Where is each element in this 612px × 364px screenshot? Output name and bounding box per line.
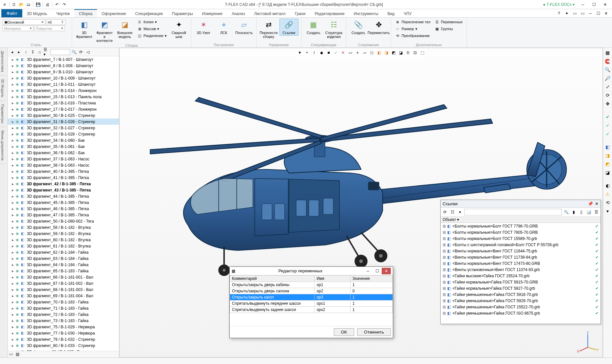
window-icon[interactable]: ▭ bbox=[571, 10, 578, 17]
tree-item[interactable]: ▸◉◧3D фрагмент_15 / B-1-013 - Панель пол… bbox=[8, 94, 119, 100]
menu-icon[interactable]: ≡ bbox=[1, 1, 8, 8]
tree-item[interactable]: ▸◉◧3D фрагмент_59 / B-1-182 - Втулка bbox=[8, 230, 119, 237]
rt-top-icon[interactable]: ◩ bbox=[604, 160, 611, 168]
tab-spec[interactable]: Спецификация bbox=[131, 9, 167, 17]
tree-body[interactable]: ▸◉◧3D фрагмент_7 / B-1-007 - Шпангоут▸◉◧… bbox=[8, 56, 119, 351]
tree-item[interactable]: ▸◉◧3D фрагмент_64 / B-1-184 - Гайка bbox=[8, 262, 119, 268]
minimize-button[interactable]: ─ bbox=[577, 1, 588, 8]
rt-magnet-icon[interactable]: 🧲 bbox=[604, 58, 611, 65]
vp-axis-icon[interactable]: ⌖ bbox=[354, 49, 361, 56]
rt-side-icon[interactable]: ◪ bbox=[604, 169, 611, 176]
variables-table[interactable]: Комментарий Имя Значение Открыть/закрыть… bbox=[230, 275, 393, 313]
dialog-max-button[interactable]: ☐ bbox=[373, 268, 382, 274]
links-row[interactable]: ⊞◧<Гайки высокие>Гайка ГОСТ 15524-70.grb… bbox=[441, 273, 601, 279]
tree-item[interactable]: ▸◉◧3D фрагмент_72 / B-1-183 - Гайка bbox=[8, 311, 119, 318]
tree-item[interactable]: ▸◉◧3D фрагмент_38 / B-1-063 - Насос bbox=[8, 162, 119, 168]
restore-icon[interactable]: ─ bbox=[587, 10, 594, 17]
rt-pan-icon[interactable]: ✥ bbox=[604, 100, 611, 107]
tab-view[interactable]: Вид bbox=[383, 9, 399, 17]
tree-item[interactable]: ▸◉◧3D фрагмент_16 / B-1-016 - Пластина bbox=[8, 100, 119, 106]
tab-analysis[interactable]: Анализ bbox=[227, 9, 250, 17]
mate-move-button[interactable]: ✥Переместить bbox=[369, 19, 388, 36]
tree-up-icon[interactable]: ↕ bbox=[23, 49, 29, 55]
fragment-context-button[interactable]: ◩Фрагмент в контексте bbox=[95, 19, 114, 44]
tree-item[interactable]: ▸◉◧3D фрагмент_75 / B-1-029 - Нервюра bbox=[8, 324, 119, 330]
vtab-3d[interactable]: 3D Модель bbox=[0, 76, 5, 101]
vp-filter-icon[interactable]: ▼ bbox=[296, 49, 303, 56]
material-combo[interactable]: Материал▾ bbox=[3, 26, 33, 31]
tree-item[interactable]: ▸◉◧3D фрагмент_62 / B-1-184 - Гайка bbox=[8, 249, 119, 255]
new-icon[interactable]: 🗋 bbox=[11, 1, 17, 8]
links-row[interactable]: ⊞◧<Винты нормальные>Винт ГОСТ 11738-84.g… bbox=[441, 254, 601, 260]
vp-vertex-icon[interactable]: • bbox=[304, 49, 310, 56]
links-dd-icon[interactable]: ▾ bbox=[457, 209, 463, 215]
tflex-docs-button[interactable]: ● T-FLEX DOCs ▾ bbox=[541, 2, 577, 8]
links-row[interactable]: ⊞◧<Болты нормальные>Болт ГОСТ 15589-70.g… bbox=[441, 235, 601, 242]
tree-item[interactable]: ▸◉◧3D фрагмент_40 / B-1-385 - Пятка bbox=[8, 168, 119, 174]
links-row[interactable]: ⊞◧<Гайки нормальные>Гайка ГОСТ 5915-70.G… bbox=[441, 279, 601, 285]
mdiwin-icon[interactable]: ☐ bbox=[595, 10, 602, 17]
spec-create-button[interactable]: ▦Создать bbox=[304, 19, 323, 36]
tree-item[interactable]: ▸◉◧3D фрагмент_67 / B-1-181-002 - Вал bbox=[8, 280, 119, 286]
tree-item[interactable]: ▸◉◧3D фрагмент_13 / B-1-014 - Лонжерон bbox=[8, 87, 119, 94]
variable-row[interactable]: Открыть/закрыть дверь кабиныop11 bbox=[230, 282, 393, 288]
tree-item[interactable]: ▸◉◧3D фрагмент_31 / B-1-026 - Стрингер bbox=[8, 118, 119, 125]
tree-item[interactable]: ▸◉◧3D фрагмент_34 / B-1-060 - Бак bbox=[8, 137, 119, 143]
vtab-diag[interactable]: Диагностика bbox=[0, 48, 5, 76]
split-button[interactable]: ◫Разделение ▾ bbox=[136, 32, 168, 39]
external-model-button[interactable]: ◪Внешняя модель bbox=[115, 19, 134, 40]
vp-edge-icon[interactable]: / bbox=[311, 49, 317, 56]
tree-item[interactable]: ▸◉◧3D фрагмент_45 / B-1-385 - Пятка bbox=[8, 199, 119, 206]
tree-prev-icon[interactable]: ◂ bbox=[9, 49, 15, 55]
links-row[interactable]: ⊞◧<Гайки нормальные>Гайка ГОСТ 5927-70.g… bbox=[441, 285, 601, 291]
tree-item[interactable]: ▸◉◧3D фрагмент_63 / B-1-184 - Гайка bbox=[8, 255, 119, 262]
tab-3dmodel[interactable]: 3D Модель bbox=[22, 9, 52, 17]
print-icon[interactable]: 🖨 bbox=[44, 1, 51, 8]
links-button[interactable]: 🔗Ссылки bbox=[279, 19, 298, 36]
explorer-icon[interactable]: 🗂 bbox=[25, 1, 32, 8]
links-row[interactable]: ⊞◧<Болты нормальные>Болт ГОСТ 7798-70.GR… bbox=[441, 223, 601, 229]
tab-format[interactable]: Оформление bbox=[97, 9, 130, 17]
mate-create-button[interactable]: 📎Создать bbox=[349, 19, 368, 36]
tree-item[interactable]: ▸◉◧3D фрагмент_44 / B-1-385 - Пятка bbox=[8, 193, 119, 199]
rt-iso-icon[interactable]: ◧ bbox=[604, 143, 611, 151]
links-row[interactable]: ⊞◧<Гайки уменьшенные>Гайка ГОСТ 5916-70.… bbox=[441, 291, 601, 298]
vp-cube-icon[interactable]: ◧ bbox=[376, 49, 382, 56]
rt-front-icon[interactable]: ◨ bbox=[604, 152, 611, 159]
tree-item[interactable]: ▸◉◧3D фрагмент_10 / B-1-009 - Шпангоут bbox=[8, 75, 119, 81]
tree-item[interactable]: ▸◉◧3D фрагмент_58 / B-1-182 - Втулка bbox=[8, 224, 119, 230]
tree-item[interactable]: ▸◉◧3D фрагмент_70 / B-1-183 - Гайка bbox=[8, 299, 119, 305]
links-row[interactable]: ⊞◧<Гайки уменьшенные>Гайка ГОСТ 5929-70.… bbox=[441, 298, 601, 304]
rt-rotate-icon[interactable]: ⟳ bbox=[604, 92, 611, 99]
links-row[interactable]: ⊞◧<Гайки уменьшенные>Гайка ГОСТ ISO 8675… bbox=[441, 310, 601, 316]
rt-more-icon[interactable]: ▾ bbox=[604, 208, 611, 215]
spec-struct-button[interactable]: ☷Структура изделия bbox=[324, 19, 343, 40]
links-row[interactable]: ⊞◧<Гайки уменьшенные>Гайка ГОСТ 15522-70… bbox=[441, 304, 601, 310]
rt-zoomin-icon[interactable]: 🔍 bbox=[604, 66, 611, 73]
close-icon[interactable]: ✕ bbox=[595, 201, 599, 206]
vp-cube3-icon[interactable]: ◩ bbox=[390, 49, 397, 56]
tree-item[interactable]: ▸◉◧3D фрагмент_35 / B-1-061 - Бак bbox=[8, 143, 119, 150]
tree-search-input[interactable] bbox=[50, 49, 70, 55]
tab-assembly[interactable]: Сборка bbox=[74, 9, 97, 17]
links-search-icon[interactable]: 🔍 bbox=[563, 209, 569, 215]
vp-face-icon[interactable]: ◆ bbox=[318, 49, 325, 56]
vp-plane-icon[interactable]: ▱ bbox=[361, 49, 368, 56]
lcs-button[interactable]: ⌖ЛСК bbox=[214, 19, 233, 36]
tree-zoom-icon[interactable]: 🔍 bbox=[71, 49, 77, 55]
tab-drawing[interactable]: Чертёж bbox=[52, 9, 74, 17]
tree-item[interactable]: ▸◉◧3D фрагмент_50 / B-1-080-002 - Тяга bbox=[8, 218, 119, 224]
intersect-button[interactable]: ⊗Пересечение тел bbox=[394, 19, 432, 25]
tree-item[interactable]: ▸◉◧3D фрагмент_37 / B-1-063 - Насос bbox=[8, 156, 119, 162]
tree-left-icon[interactable]: ◁ bbox=[85, 49, 91, 55]
links-refresh-icon[interactable]: ⟳ bbox=[442, 209, 448, 215]
tree-item[interactable]: ▸◉◧3D фрагмент_8 / B-1-008 - Шпангоут bbox=[8, 63, 119, 69]
maximize-button[interactable]: ☐ bbox=[588, 1, 600, 8]
coating-combo[interactable]: Покрытие▾ bbox=[34, 26, 65, 31]
tree-item[interactable]: ▸◉◧3D фрагмент_17 / B-1-017 - Лонжерон bbox=[8, 106, 119, 112]
tree-refresh-icon[interactable]: ⟳ bbox=[78, 49, 84, 55]
links-bar2-icon[interactable]: ▯ bbox=[578, 209, 584, 215]
variable-row[interactable]: Открыть/закрыть капотop31 bbox=[230, 294, 393, 300]
vtab-docs[interactable]: Меню документов bbox=[0, 127, 5, 164]
tree-item[interactable]: ▸◉◧3D фрагмент_43 / B-1-385 - Пятка bbox=[8, 187, 119, 193]
